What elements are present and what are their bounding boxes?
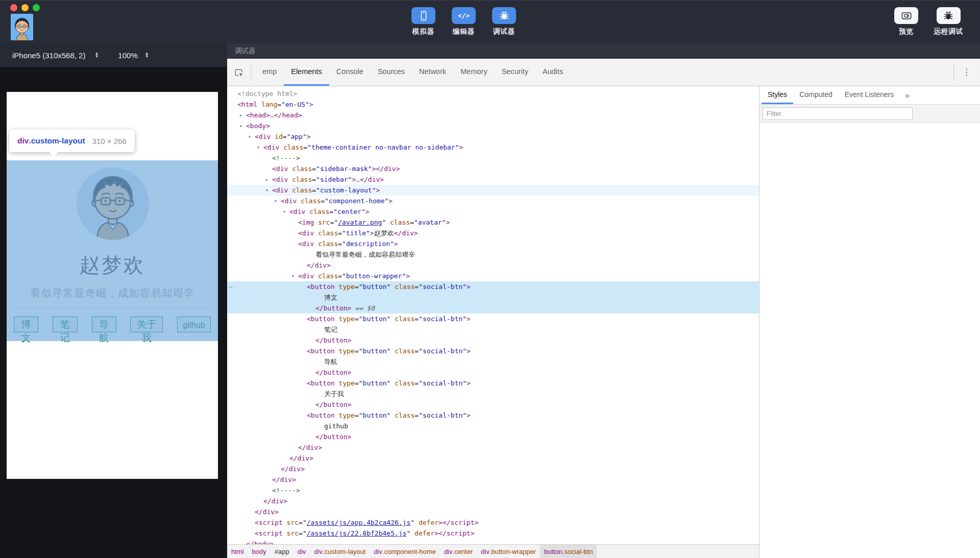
code-token: =	[312, 176, 316, 183]
dom-tree-line[interactable]: <!doctype html>	[227, 88, 759, 99]
dom-tree-line[interactable]: <!---->	[227, 153, 759, 163]
dom-tree-line[interactable]: <div class="sidebar-mask"></div>	[227, 163, 759, 174]
tab-sources[interactable]: Sources	[371, 59, 412, 86]
code-token: div	[481, 548, 489, 555]
zoom-stepper-icon[interactable]: ▲▼	[145, 52, 149, 58]
resource-link[interactable]: /avatar.png	[338, 219, 382, 226]
breadcrumb-item[interactable]: button.social-btn	[540, 545, 597, 558]
dom-tree-line[interactable]: </div>	[227, 453, 759, 464]
disclosure-expanded-icon[interactable]: ▾	[291, 271, 295, 281]
dom-tree-line[interactable]: ▾<div class="center">	[227, 206, 759, 217]
close-button[interactable]	[10, 4, 17, 11]
zoom-selector[interactable]: 100% ▲▼	[118, 51, 149, 60]
toolbar-button-preview[interactable]: 预览	[894, 7, 918, 36]
code-token: =	[355, 283, 359, 290]
toolbar-button-debugger[interactable]: 调试器	[492, 7, 516, 36]
dom-tree-line[interactable]: <img src="/avatar.png" class="avatar">	[227, 217, 759, 228]
dom-tree-line[interactable]: </div>	[227, 260, 759, 271]
dom-tree-line[interactable]: <div class="description">	[227, 238, 759, 249]
kebab-menu-icon[interactable]: ⋮	[958, 67, 975, 78]
tab-elements[interactable]: Elements	[284, 59, 329, 86]
toolbar-button-simulator[interactable]: 模拟器	[411, 7, 435, 36]
disclosure-expanded-icon[interactable]: ▾	[274, 196, 277, 206]
dom-tree-line[interactable]: 博文	[227, 292, 759, 303]
code-token: >	[446, 219, 450, 226]
minimize-button[interactable]	[21, 4, 29, 11]
device-selector[interactable]: iPhone5 (310x568, 2) ▲▼	[12, 51, 99, 60]
breadcrumb-item[interactable]: div.component-home	[370, 545, 439, 558]
dom-tree-line[interactable]: <html lang="en-US">	[227, 99, 759, 110]
tab-emp[interactable]: emp	[255, 59, 284, 86]
dom-tree-line[interactable]: <button type="button" class="social-btn"…	[227, 410, 759, 421]
disclosure-expanded-icon[interactable]: ▾	[248, 131, 251, 142]
dom-tree-line[interactable]: 导航	[227, 356, 759, 367]
code-token: =	[312, 165, 316, 173]
device-stepper-icon[interactable]: ▲▼	[94, 52, 99, 58]
dom-tree-line[interactable]: <div class="title">赵梦欢</div>	[227, 228, 759, 238]
dom-tree-line[interactable]: </button>	[227, 399, 759, 410]
dom-tree-line[interactable]: </div>	[227, 474, 759, 485]
disclosure-expanded-icon[interactable]: ▾	[239, 120, 242, 131]
tab-audits[interactable]: Audits	[535, 59, 570, 86]
tab-network[interactable]: Network	[412, 59, 453, 86]
dom-tree-line[interactable]: github	[227, 421, 759, 431]
dom-tree-line[interactable]: ▾<body>	[227, 120, 759, 131]
dom-tree-line[interactable]: 笔记	[227, 324, 759, 335]
dom-tree-line[interactable]: </div>	[227, 442, 759, 453]
styles-tab-event-listeners[interactable]: Event Listeners	[839, 86, 900, 104]
maximize-button[interactable]	[33, 4, 40, 11]
toolbar-button-editor[interactable]: </>编辑器	[452, 7, 476, 36]
disclosure-collapsed-icon[interactable]: ▸	[265, 174, 268, 185]
disclosure-expanded-icon[interactable]: ▾	[265, 185, 268, 196]
code-token: =	[303, 143, 307, 151]
dom-tree-line[interactable]: </button>	[227, 367, 759, 378]
dom-tree-line[interactable]: ▾<div class="theme-container no-navbar n…	[227, 142, 759, 153]
breadcrumb-item[interactable]: div.custom-layout	[310, 545, 370, 558]
code-token: <img	[298, 219, 314, 226]
dom-tree-line[interactable]: </button>	[227, 335, 759, 346]
dom-tree-line[interactable]: </div>	[227, 506, 759, 517]
tab-console[interactable]: Console	[329, 59, 371, 86]
dom-tree-line[interactable]: <script src="/assets/js/22.8bf2b4e5.js" …	[227, 528, 759, 539]
dom-tree-line[interactable]: ⋯<button type="button" class="social-btn…	[227, 281, 759, 292]
disclosure-expanded-icon[interactable]: ▾	[257, 142, 260, 153]
resource-link[interactable]: /assets/js/app.4b2ca426.js	[307, 519, 411, 526]
breadcrumb-item[interactable]: body	[248, 545, 271, 558]
inspect-element-button[interactable]	[231, 65, 247, 80]
dom-tree-line[interactable]: <button type="button" class="social-btn"…	[227, 313, 759, 324]
breadcrumb-item[interactable]: div.center	[440, 545, 477, 558]
disclosure-expanded-icon[interactable]: ▾	[283, 206, 286, 217]
dom-tree-line[interactable]: </div>	[227, 496, 759, 506]
dom-tree-line[interactable]: <!---->	[227, 485, 759, 496]
dom-tree-line[interactable]: ▸<div class="sidebar">…</div>	[227, 174, 759, 185]
dom-tree-line[interactable]: </div>	[227, 464, 759, 474]
dom-tree-line[interactable]: 关于我	[227, 389, 759, 399]
styles-tab-computed[interactable]: Computed	[793, 86, 839, 104]
disclosure-collapsed-icon[interactable]: ▸	[239, 110, 242, 120]
tab-memory[interactable]: Memory	[453, 59, 494, 86]
dom-tree-line[interactable]: ▸<head>…</head>	[227, 110, 759, 120]
devtools-tabbar: empElementsConsoleSourcesNetworkMemorySe…	[227, 59, 980, 86]
dom-tree-line[interactable]: <button type="button" class="social-btn"…	[227, 378, 759, 389]
dom-tree-line[interactable]: </button>	[227, 431, 759, 442]
code-token: defer	[410, 529, 434, 537]
resource-link[interactable]: /assets/js/22.8bf2b4e5.js	[307, 529, 407, 537]
overflow-tabs-icon[interactable]: »	[900, 86, 914, 104]
breadcrumb-item[interactable]: html	[227, 545, 248, 558]
dom-tree-line[interactable]: </body>	[227, 539, 759, 544]
dom-tree-line[interactable]: 看似寻常最奇崛，成如容易却艰辛	[227, 249, 759, 260]
dom-tree-line[interactable]: <button type="button" class="social-btn"…	[227, 346, 759, 356]
toolbar-button-remote-debug[interactable]: 远程调试	[934, 7, 963, 36]
tab-security[interactable]: Security	[495, 59, 535, 86]
breadcrumb-item[interactable]: #app	[271, 545, 293, 558]
dom-tree-line[interactable]: <script src="/assets/js/app.4b2ca426.js"…	[227, 517, 759, 528]
styles-filter-input[interactable]	[763, 107, 913, 120]
dom-tree-line[interactable]: ▾<div class="component-home">	[227, 196, 759, 206]
dom-tree-line[interactable]: </button> == $0	[227, 303, 759, 313]
dom-tree-line[interactable]: ▾<div id="app">	[227, 131, 759, 142]
dom-tree-line[interactable]: ▾<div class="button-wrapper">	[227, 271, 759, 281]
dom-tree-line[interactable]: ▾<div class="custom-layout">	[227, 185, 759, 196]
breadcrumb-item[interactable]: div	[293, 545, 310, 558]
styles-tab-styles[interactable]: Styles	[762, 86, 793, 104]
breadcrumb-item[interactable]: div.button-wrapper	[477, 545, 540, 558]
